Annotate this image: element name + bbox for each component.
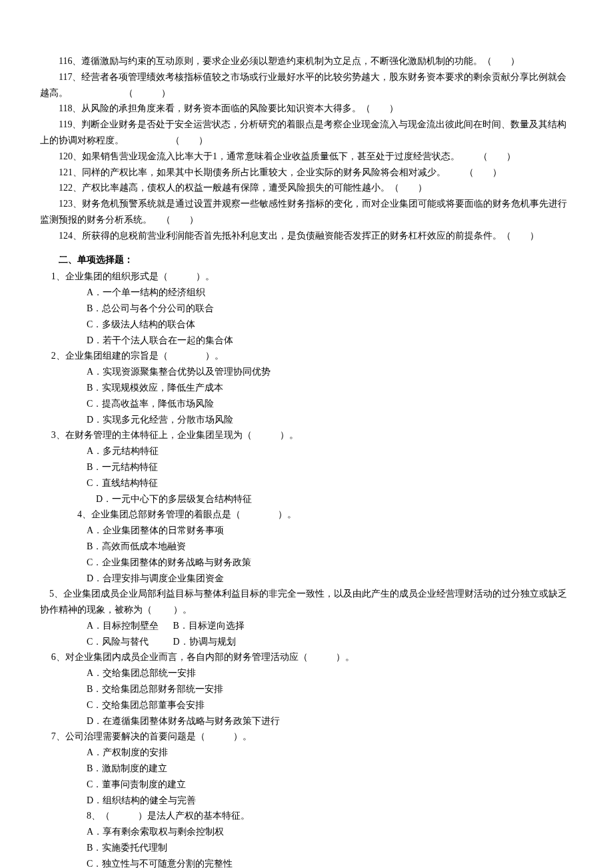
mc-q3-opt-d: D．一元中心下的多层级复合结构特征	[40, 491, 573, 507]
mc-q2-stem: 2、企业集团组建的宗旨是（ ）。	[40, 348, 573, 364]
mc-q1-opt-b: B．总公司与各个分公司的联合	[40, 301, 573, 317]
tf-q116: 116、遵循激励与约束的互动原则，要求企业必须以塑造约束机制为立足点，不断强化激…	[40, 53, 573, 69]
mc-q8-stem: 8、（ ）是法人产权的基本特征。	[40, 808, 573, 824]
mc-q3-stem: 3、在财务管理的主体特征上，企业集团呈现为（ ）。	[40, 427, 573, 443]
mc-q5-opt-c: C．风险与替代	[40, 634, 171, 650]
mc-q5-opt-b: B．目标逆向选择	[173, 618, 245, 634]
mc-q7-opt-a: A．产权制度的安排	[40, 745, 573, 761]
tf-q118: 118、从风险的承担角度来看，财务资本面临的风险要比知识资本大得多。（ ）	[40, 101, 573, 117]
mc-q3-opt-a: A．多元结构特征	[40, 443, 573, 459]
mc-q6-stem: 6、对企业集团内成员企业而言，各自内部的财务管理活动应（ ）。	[40, 649, 573, 665]
mc-q1-opt-d: D．若干个法人联合在一起的集合体	[40, 333, 573, 349]
mc-q7-opt-d: D．组织结构的健全与完善	[40, 793, 573, 809]
mc-q5-opt-a: A．目标控制壁垒	[40, 618, 171, 634]
mc-q3-opt-b: B．一元结构特征	[40, 459, 573, 475]
mc-q2-opt-d: D．实现多元化经营，分散市场风险	[40, 412, 573, 428]
mc-q1-opt-a: A．一个单一结构的经济组织	[40, 285, 573, 301]
mc-q2-opt-a: A．实现资源聚集整合优势以及管理协同优势	[40, 364, 573, 380]
mc-q2-opt-c: C．提高收益率，降低市场风险	[40, 396, 573, 412]
mc-q4-opt-a: A．企业集团整体的日常财务事项	[40, 523, 573, 539]
tf-q119: 119、判断企业财务是否处于安全运营状态，分析研究的着眼点是考察企业现金流入与现…	[40, 117, 573, 149]
mc-q4-stem: 4、企业集团总部财务管理的着眼点是（ ）。	[40, 507, 573, 523]
mc-q5-opt-d: D．协调与规划	[173, 634, 236, 650]
mc-q4-opt-b: B．高效而低成本地融资	[40, 539, 573, 555]
mc-q6-opt-c: C．交给集团总部董事会安排	[40, 697, 573, 713]
mc-q8-opt-c: C．独立性与不可随意分割的完整性	[40, 856, 573, 868]
mc-q8-opt-a: A．享有剩余索取权与剩余控制权	[40, 824, 573, 840]
mc-q4-opt-c: C．企业集团整体的财务战略与财务政策	[40, 555, 573, 571]
section-title-mc: 二、单项选择题：	[40, 252, 573, 268]
tf-q123: 123、财务危机预警系统就是通过设置并观察一些敏感性财务指标的变化，而对企业集团…	[40, 196, 573, 228]
tf-q120: 120、如果销售营业现金流入比率大于1，通常意味着企业收益质量低下，甚至处于过度…	[40, 149, 573, 165]
mc-q6-opt-b: B．交给集团总部财务部统一安排	[40, 681, 573, 697]
mc-q5-stem: 5、企业集团成员企业局部利益目标与整体利益目标的非完全一致性，以及由此产生的成员…	[40, 586, 573, 618]
mc-q2-opt-b: B．实现规模效应，降低生产成本	[40, 380, 573, 396]
tf-q124: 124、所获得的息税前营业利润能否首先抵补利息支出，是负债融资能否发挥正的财务杠…	[40, 228, 573, 244]
mc-q6-opt-d: D．在遵循集团整体财务战略与财务政策下进行	[40, 713, 573, 729]
mc-q7-opt-b: B．激励制度的建立	[40, 761, 573, 777]
tf-q122: 122、产权比率越高，债权人的权益一般越有保障，遭受风险损失的可能性越小。（ ）	[40, 180, 573, 196]
tf-q121: 121、同样的产权比率，如果其中长期债务所占比重较大，企业实际的财务风险将会相对…	[40, 165, 573, 181]
mc-q1-stem: 1、企业集团的组织形式是（ ）。	[40, 269, 573, 285]
mc-q7-stem: 7、公司治理需要解决的首要问题是（ ）。	[40, 729, 573, 745]
tf-q117: 117、经营者各项管理绩效考核指标值较之市场或行业最好水平的比较劣势越大，股东财…	[40, 69, 573, 101]
mc-q4-opt-d: D．合理安排与调度企业集团资金	[40, 571, 573, 587]
mc-q7-opt-c: C．董事问责制度的建立	[40, 777, 573, 793]
mc-q3-opt-c: C．直线结构特征	[40, 475, 573, 491]
mc-q1-opt-c: C．多级法人结构的联合体	[40, 317, 573, 333]
mc-q8-opt-b: B．实施委托代理制	[40, 840, 573, 856]
mc-q6-opt-a: A．交给集团总部统一安排	[40, 665, 573, 681]
